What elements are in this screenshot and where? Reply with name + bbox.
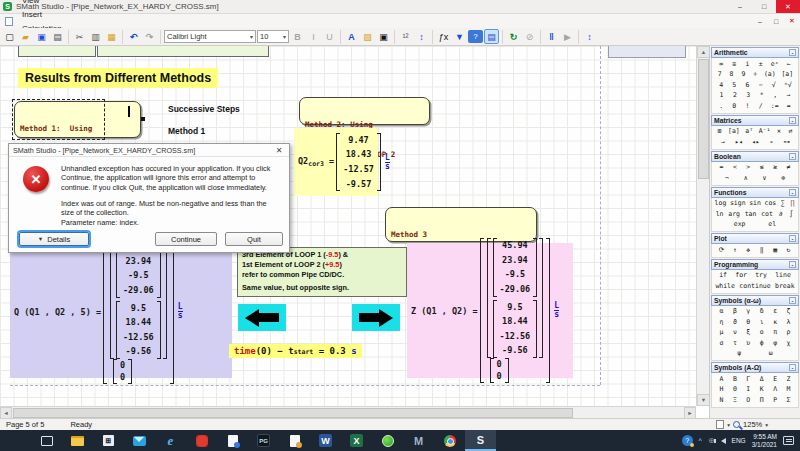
palette-button[interactable]: υ [744, 339, 752, 348]
palette-button[interactable]: ↻ [785, 246, 793, 255]
palette-button[interactable]: β [731, 307, 739, 316]
palette-button[interactable]: κ [771, 318, 779, 327]
details-button[interactable]: ▼ Details [19, 232, 89, 246]
palette-button[interactable]: 2 [731, 91, 739, 100]
page-view-icon[interactable] [716, 420, 724, 429]
palette-button[interactable]: ± [757, 60, 765, 69]
font-size-combo[interactable]: 10▾ [257, 30, 289, 43]
palette-button[interactable]: ¬ [723, 174, 731, 183]
palette-button[interactable]: ✕ [775, 127, 783, 136]
horizontal-scroll-thumb[interactable] [13, 408, 573, 418]
palette-button[interactable]: Δ [758, 375, 766, 384]
palette-button[interactable]: Μ [785, 385, 793, 394]
palette-button[interactable]: 5 [730, 81, 738, 90]
collapse-panel-icon[interactable]: - [789, 364, 796, 371]
palette-button[interactable]: ✥ [744, 246, 752, 255]
annotation-note[interactable]: 3rd Element of LOOP 1 (-9.5) & 1st Eleme… [237, 247, 407, 297]
palette-button[interactable]: cot [760, 210, 774, 219]
palette-button[interactable]: ψ [735, 349, 743, 358]
taskbar-icon-mail[interactable] [124, 430, 155, 451]
palette-button[interactable]: ↑ [731, 246, 739, 255]
palette-button[interactable]: = [717, 163, 725, 172]
palette-button[interactable]: ∘ [768, 138, 776, 147]
palette-button[interactable]: if [718, 271, 728, 280]
method2-text-box[interactable]: Method 2: Using PROGRAM 1 for LOOP 2 [299, 97, 430, 125]
palette-button[interactable]: 7 [716, 70, 724, 79]
palette-button[interactable]: 3 [744, 91, 752, 100]
new-file-icon[interactable]: ▢ [2, 29, 17, 44]
palette-button[interactable]: log [714, 199, 728, 208]
panel-title[interactable]: Boolean- [711, 151, 799, 162]
palette-button[interactable]: Π [758, 396, 766, 405]
palette-button[interactable]: ∂ [777, 210, 785, 219]
palette-button[interactable]: ⊞ [716, 127, 724, 136]
panel-title[interactable]: Symbols (α-ω)- [711, 295, 799, 306]
continue-button[interactable]: Continue [155, 232, 217, 246]
panel-title[interactable]: Plot- [711, 233, 799, 244]
dialog-close-icon[interactable]: ✕ [273, 146, 285, 155]
palette-button[interactable]: ÷ [751, 70, 759, 79]
resize-handle[interactable] [141, 117, 145, 121]
collapse-panel-icon[interactable]: - [789, 189, 796, 196]
open-folder-icon[interactable]: ▰ [18, 29, 33, 44]
superscript-icon[interactable]: ¹² [398, 29, 413, 44]
palette-button[interactable]: Β [731, 375, 739, 384]
cut-icon[interactable]: ✂ [72, 29, 87, 44]
underline-icon[interactable]: U [322, 29, 337, 44]
palette-button[interactable]: 6 [743, 81, 751, 90]
border-icon[interactable]: ▣ [376, 29, 391, 44]
palette-button[interactable]: Λ [771, 385, 779, 394]
palette-button[interactable]: ϕ [758, 339, 766, 348]
palette-button[interactable]: continue [738, 282, 771, 291]
menu-insert[interactable]: Insert [16, 7, 68, 21]
palette-button[interactable]: ▦ [771, 246, 779, 255]
speaker-icon[interactable] [721, 438, 726, 444]
mdi-close-button[interactable]: ✕ [784, 17, 800, 25]
italic-icon[interactable]: I [306, 29, 321, 44]
save-icon[interactable]: ▣ [34, 29, 49, 44]
time-equation[interactable]: time(0) − tstart = 0.3 s [229, 344, 362, 358]
vertical-scrollbar[interactable]: ▲ ▼ [696, 46, 709, 406]
palette-button[interactable]: arg [727, 210, 741, 219]
palette-button[interactable]: while [714, 282, 736, 291]
q2-result-matrix[interactable]: Q2cor3 = 9.4718.43-12.57-9.57 Ls [294, 128, 378, 196]
panel-title[interactable]: Matrices- [711, 115, 799, 126]
palette-button[interactable]: ω [767, 349, 775, 358]
palette-button[interactable]: λ [785, 318, 793, 327]
panels-icon[interactable]: ▤ [484, 29, 499, 44]
palette-button[interactable]: μ [717, 328, 725, 337]
palette-button[interactable]: ▸◂ [734, 138, 744, 147]
collapse-panel-icon[interactable]: - [789, 261, 796, 268]
menu-view[interactable]: View [16, 0, 68, 7]
taskbar-icon-store[interactable]: ⊞ [93, 430, 124, 451]
palette-button[interactable]: ∞ [717, 60, 725, 69]
palette-button[interactable]: Ν [717, 396, 725, 405]
maximize-button[interactable]: □ [752, 0, 776, 13]
taskbar-icon-excel[interactable]: X [341, 430, 372, 451]
palette-button[interactable]: eˣ [770, 60, 780, 69]
taskbar-icon-word[interactable]: W [310, 430, 341, 451]
palette-button[interactable]: (a) [763, 70, 777, 79]
taskbar-icon-start[interactable] [0, 430, 31, 451]
collapse-panel-icon[interactable]: - [789, 297, 796, 304]
pause-icon[interactable]: ‖ [544, 29, 559, 44]
palette-button[interactable]: ⊶ [783, 138, 792, 147]
palette-button[interactable]: τ [731, 339, 739, 348]
palette-button[interactable]: . [717, 102, 725, 111]
palette-button[interactable]: π [771, 328, 779, 337]
palette-button[interactable]: Σ [785, 396, 793, 405]
panel-title[interactable]: Functions- [711, 187, 799, 198]
palette-button[interactable]: ! [743, 102, 751, 111]
font-family-combo[interactable]: Calibri Light▾ [164, 30, 256, 43]
palette-button[interactable]: 9 [739, 70, 747, 79]
palette-button[interactable]: 1 [717, 91, 725, 100]
palette-button[interactable]: exp [733, 220, 747, 229]
q-function-matrix[interactable]: Q (Q1 , Q2 , 5) = 45.9423.94-9.5-29.069.… [10, 245, 232, 378]
palette-button[interactable]: > [744, 163, 752, 172]
palette-button[interactable]: ⇄ [786, 127, 794, 136]
palette-button[interactable]: Ο [744, 396, 752, 405]
page-view-dropdown-icon[interactable]: ▾ [727, 422, 730, 428]
palette-button[interactable]: Η [717, 385, 725, 394]
taskbar-icon-pg[interactable]: PG [248, 430, 279, 451]
right-arrow-shape[interactable] [352, 304, 400, 331]
